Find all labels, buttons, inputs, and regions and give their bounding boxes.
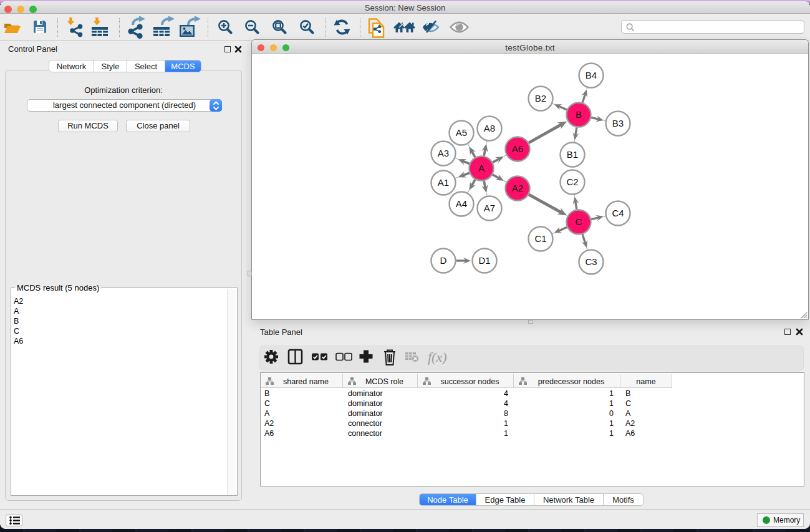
svg-text:B2: B2 <box>535 93 546 104</box>
svg-text:C3: C3 <box>585 256 597 267</box>
svg-text:C1: C1 <box>534 233 546 244</box>
svg-text:A: A <box>478 163 485 173</box>
svg-text:A8: A8 <box>484 123 495 133</box>
svg-text:A6: A6 <box>512 143 523 154</box>
svg-text:C2: C2 <box>566 177 578 187</box>
svg-text:C: C <box>576 216 582 227</box>
svg-text:B: B <box>576 109 582 120</box>
svg-text:D1: D1 <box>478 255 490 266</box>
svg-text:B3: B3 <box>612 118 624 128</box>
svg-text:A4: A4 <box>456 198 467 209</box>
svg-text:B4: B4 <box>586 70 597 80</box>
svg-text:A5: A5 <box>456 127 467 138</box>
svg-text:C4: C4 <box>612 208 624 218</box>
svg-text:A2: A2 <box>512 183 523 193</box>
svg-text:D: D <box>440 255 447 266</box>
svg-text:A7: A7 <box>484 203 495 213</box>
svg-text:A3: A3 <box>438 148 449 158</box>
svg-text:B1: B1 <box>567 149 578 160</box>
svg-text:A1: A1 <box>438 177 449 188</box>
